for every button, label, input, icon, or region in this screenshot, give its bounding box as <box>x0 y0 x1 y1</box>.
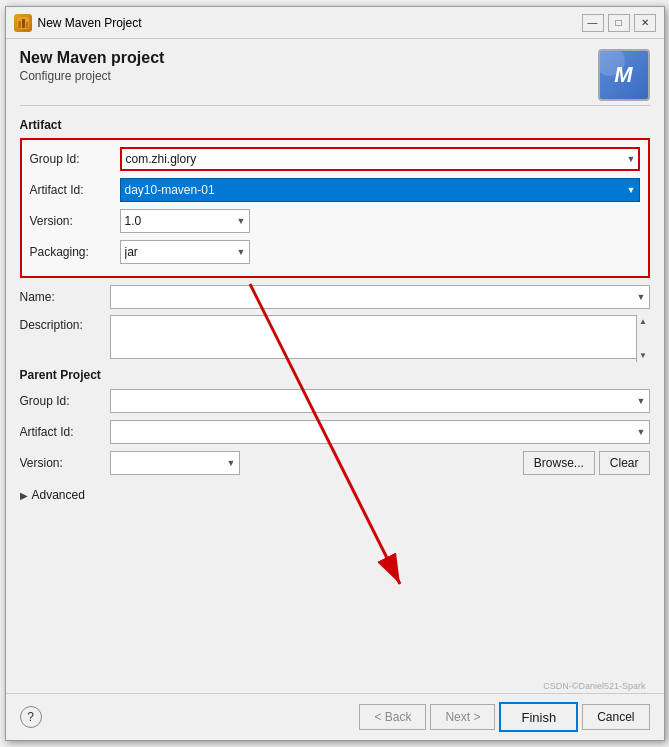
parent-version-input[interactable] <box>110 451 240 475</box>
name-row: Name: ▼ <box>20 284 650 310</box>
description-input-wrap: ▲ ▼ <box>110 315 650 362</box>
group-id-input-wrap: ▼ <box>120 147 640 171</box>
watermark: CSDN-©Daniel521-Spark <box>543 681 645 691</box>
advanced-label: Advanced <box>32 488 85 502</box>
page-title: New Maven project <box>20 49 165 67</box>
advanced-row[interactable]: ▶ Advanced <box>20 484 650 506</box>
window: New Maven Project — □ ✕ New Maven projec… <box>5 6 665 741</box>
version-row: Version: ▼ <box>30 208 640 234</box>
title-bar-text: New Maven Project <box>38 16 582 30</box>
back-button[interactable]: < Back <box>359 704 426 730</box>
parent-version-controls: ▼ Browse... Clear <box>110 451 650 475</box>
artifact-id-label: Artifact Id: <box>30 183 120 197</box>
cancel-button[interactable]: Cancel <box>582 704 649 730</box>
next-button[interactable]: Next > <box>430 704 495 730</box>
page-subtitle: Configure project <box>20 69 165 83</box>
name-input[interactable] <box>110 285 650 309</box>
close-button[interactable]: ✕ <box>634 14 656 32</box>
parent-artifact-id-label: Artifact Id: <box>20 425 110 439</box>
minimize-button[interactable]: — <box>582 14 604 32</box>
artifact-id-row: Artifact Id: ▼ <box>30 177 640 203</box>
artifact-section-label: Artifact <box>20 118 650 132</box>
parent-artifact-id-row: Artifact Id: ▼ <box>20 419 650 445</box>
description-row: Description: ▲ ▼ <box>20 315 650 362</box>
desc-scroll-down[interactable]: ▼ <box>637 349 649 362</box>
maximize-button[interactable]: □ <box>608 14 630 32</box>
clear-button[interactable]: Clear <box>599 451 650 475</box>
header-text: New Maven project Configure project <box>20 49 165 83</box>
packaging-input-wrap: ▼ <box>120 240 250 264</box>
desc-scroll-up[interactable]: ▲ <box>637 315 649 328</box>
version-input-wrap: ▼ <box>120 209 250 233</box>
content-area: New Maven project Configure project M Ar… <box>6 39 664 693</box>
finish-button[interactable]: Finish <box>499 702 578 732</box>
parent-artifact-id-input-wrap: ▼ <box>110 420 650 444</box>
description-scrollbar: ▲ ▼ <box>636 315 650 362</box>
parent-version-row: Version: ▼ Browse... Clear <box>20 450 650 476</box>
version-input[interactable] <box>120 209 250 233</box>
name-input-wrap: ▼ <box>110 285 650 309</box>
bottom-nav: ? < Back Next > Finish Cancel <box>6 693 664 740</box>
help-button[interactable]: ? <box>20 706 42 728</box>
svg-rect-3 <box>26 22 28 28</box>
group-id-row: Group Id: ▼ <box>30 146 640 172</box>
description-label: Description: <box>20 315 110 332</box>
parent-artifact-id-input[interactable] <box>110 420 650 444</box>
parent-group-id-row: Group Id: ▼ <box>20 388 650 414</box>
description-input[interactable] <box>110 315 650 359</box>
title-bar: New Maven Project — □ ✕ <box>6 7 664 39</box>
header-row: New Maven project Configure project M <box>20 49 650 101</box>
form-area: Artifact Group Id: ▼ Artifact Id: ▼ <box>20 114 650 693</box>
name-label: Name: <box>20 290 110 304</box>
svg-rect-2 <box>22 19 25 28</box>
group-id-input[interactable] <box>120 147 640 171</box>
version-label: Version: <box>30 214 120 228</box>
parent-section-label: Parent Project <box>20 368 650 382</box>
parent-group-id-input[interactable] <box>110 389 650 413</box>
parent-version-input-wrap: ▼ <box>110 451 240 475</box>
artifact-id-input-wrap: ▼ <box>120 178 640 202</box>
maven-logo-letter: M <box>614 62 632 88</box>
packaging-label: Packaging: <box>30 245 120 259</box>
parent-group-id-input-wrap: ▼ <box>110 389 650 413</box>
window-icon <box>14 14 32 32</box>
parent-group-id-label: Group Id: <box>20 394 110 408</box>
group-id-label: Group Id: <box>30 152 120 166</box>
header-divider <box>20 105 650 106</box>
nav-buttons: < Back Next > Finish Cancel <box>359 702 649 732</box>
svg-rect-1 <box>18 21 21 28</box>
packaging-row: Packaging: ▼ <box>30 239 640 265</box>
advanced-expand-icon: ▶ <box>20 490 28 501</box>
packaging-input[interactable] <box>120 240 250 264</box>
title-bar-controls: — □ ✕ <box>582 14 656 32</box>
parent-section: Parent Project Group Id: ▼ Artifact Id: … <box>20 368 650 476</box>
artifact-id-input[interactable] <box>120 178 640 202</box>
maven-logo: M <box>598 49 650 101</box>
browse-button[interactable]: Browse... <box>523 451 595 475</box>
artifact-box: Group Id: ▼ Artifact Id: ▼ Versi <box>20 138 650 278</box>
parent-version-label: Version: <box>20 456 110 470</box>
